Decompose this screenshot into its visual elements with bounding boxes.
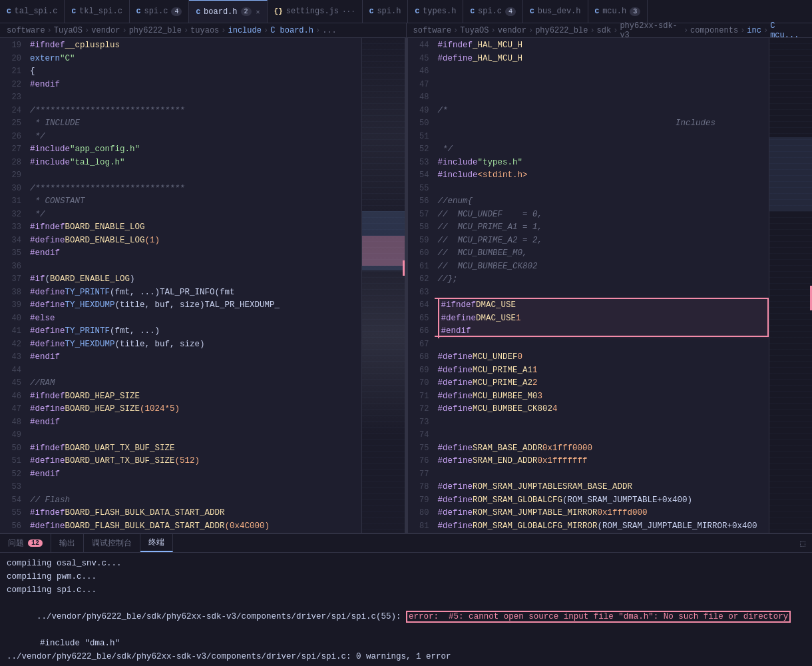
more-icon: ··· [342, 7, 355, 15]
tab-tal-spi-c[interactable]: C tal_spi.c [0, 0, 65, 23]
code-line: * INCLUDE [30, 117, 361, 131]
code-line: #define ROM_SRAM_JUMPTABLE SRAM_BASE_ADD… [438, 481, 769, 494]
tab-badge: 2 [241, 7, 252, 16]
left-code-content: #ifndef __cplusplus extern "C" { #endif … [27, 38, 361, 533]
code-line [30, 481, 361, 494]
code-line: #define MCU_PRIME_A1 1 [438, 364, 769, 378]
breadcrumb-text: C board.h [270, 26, 313, 35]
breadcrumb-text: C mcu... [770, 21, 805, 40]
tab-badge: 3 [630, 7, 640, 16]
code-line: #else [30, 312, 361, 326]
right-editor: 4445464748 4950515253 5455565758 5960616… [408, 38, 813, 533]
tab-label: spi.c [144, 7, 168, 16]
code-line: #endif [30, 247, 361, 260]
code-line [30, 260, 361, 274]
code-line: #define BOARD_UART_TX_BUF_SIZE (512) [30, 455, 361, 468]
code-line: #define SRAM_BASE_ADDR 0x1fff0000 [438, 442, 769, 456]
error-path: ../vendor/phy6222_ble/sdk/phy62xx-sdk-v3… [37, 612, 406, 621]
error-message: error: #5: cannot open source input file… [406, 611, 791, 623]
code-line [438, 65, 769, 79]
code-line: #include "app_config.h" [30, 143, 361, 157]
code-line: #include "types.h" [438, 157, 769, 170]
terminal-line: compiling i2c.c... [7, 663, 805, 666]
breadcrumb-text: ... [322, 26, 337, 35]
code-line [30, 364, 361, 378]
code-line: #define _HAL_MCU_H [438, 53, 769, 66]
code-line: #define BOARD_HEAP_SIZE (1024*5) [30, 403, 361, 416]
json-icon: {} [274, 7, 283, 15]
code-line: #define TY_PRINTF(fmt, ...) TAL_PR_INFO(… [30, 286, 361, 300]
tab-spi-c2[interactable]: C spi.c 4 [463, 0, 523, 23]
tab-mcu-h[interactable]: C mcu.h 3 [588, 0, 648, 23]
tab-close-button[interactable]: ✕ [256, 8, 260, 16]
tab-label: settings.js [286, 7, 339, 16]
code-line: //enum{ [438, 195, 769, 208]
code-line: // MCU_BUMBEE_CK802 [438, 260, 769, 274]
code-line: #include "tal_log.h" [30, 157, 361, 170]
c-icon: C [369, 7, 374, 15]
code-line [438, 286, 769, 300]
breadcrumb-right: software › TuyaOS › vendor › phy6222_ble… [407, 23, 813, 38]
terminal-line-error: ../vendor/phy6222_ble/sdk/phy62xx-sdk-v3… [7, 597, 805, 637]
code-line: //RAM [30, 377, 361, 390]
panel-tab-debug[interactable]: 调试控制台 [84, 534, 140, 552]
tab-label: types.h [423, 7, 456, 16]
tab-spi-c[interactable]: C spi.c 4 [130, 0, 190, 23]
code-line: */ [30, 208, 361, 222]
panel-tabs: 问题 12 输出 调试控制台 终端 ⬚ [0, 534, 812, 553]
terminal-line: compiling osal_snv.c... [7, 557, 805, 570]
panel-tab-problems[interactable]: 问题 12 [0, 534, 51, 552]
breadcrumb-text: vendor [498, 26, 526, 35]
code-line: #ifndef BOARD_HEAP_SIZE [30, 390, 361, 404]
tab-badge: 4 [171, 7, 182, 16]
breadcrumb-text: components [690, 26, 738, 35]
code-line: // MCU_PRIME_A1 = 1, [438, 221, 769, 234]
code-line [438, 429, 769, 442]
tab-tkl-spi-c[interactable]: C tkl_spi.c [65, 0, 129, 23]
code-line: #include <stdint.h> [438, 169, 769, 182]
tab-label: board.h [204, 7, 237, 17]
code-line [438, 468, 769, 482]
code-line: #ifndef BOARD_UART_TX_BUF_SIZE [30, 442, 361, 456]
panel-tab-terminal[interactable]: 终端 [140, 534, 173, 552]
code-line [438, 182, 769, 196]
panel-tab-output[interactable]: 输出 [51, 534, 84, 552]
panel-tab-label: 终端 [148, 537, 164, 548]
code-line: #endif [30, 351, 361, 364]
terminal-line: ../vendor/phy6222_ble/sdk/phy62xx-sdk-v3… [7, 650, 805, 663]
tab-board-h[interactable]: C board.h 2 ✕ [189, 0, 267, 23]
code-line [438, 131, 769, 144]
c-icon: C [196, 8, 200, 16]
tab-bus-dev-h[interactable]: C bus_dev.h [523, 0, 588, 23]
maximize-button[interactable]: ⬚ [793, 534, 812, 552]
code-line: #endif [30, 416, 361, 430]
code-line: #define BOARD_FLASH_BULK_DATA_START_ADDR… [30, 520, 361, 533]
tab-label: tkl_spi.c [79, 7, 122, 16]
tab-label: mcu.h [602, 7, 626, 16]
code-line: /* [438, 105, 769, 118]
c-icon: C [595, 7, 600, 15]
breadcrumb-text: tuyaos [190, 26, 219, 35]
tab-spi-h[interactable]: C spi.h [363, 0, 409, 23]
code-line [30, 169, 361, 182]
code-line: { [30, 65, 361, 79]
code-line-highlight: #endif [438, 325, 769, 338]
tab-settings-json[interactable]: {} settings.js ··· [268, 0, 363, 23]
c-icon: C [7, 7, 11, 15]
bottom-panel: 问题 12 输出 调试控制台 终端 ⬚ compiling osal_snv.c… [0, 533, 812, 666]
code-line: extern "C" [30, 53, 361, 66]
left-code-area: 1920212223 2425262728 2930313233 3435363… [0, 38, 361, 533]
tab-types-h[interactable]: C types.h [408, 0, 463, 23]
right-minimap [769, 38, 812, 533]
breadcrumb-text: TuyaOS [460, 26, 489, 35]
tab-bar: C tal_spi.c C tkl_spi.c C spi.c 4 C boar… [0, 0, 812, 23]
tab-label: spi.h [377, 7, 401, 16]
breadcrumb-text: include [228, 26, 262, 35]
code-line [30, 429, 361, 442]
right-code-area: 4445464748 4950515253 5455565758 5960616… [408, 38, 769, 533]
code-line: #ifndef BOARD_ENABLE_LOG [30, 221, 361, 234]
code-line [438, 91, 769, 105]
code-line: /****************************** [30, 105, 361, 118]
code-line: */ [30, 131, 361, 144]
code-line: // MCU_BUMBEE_M0, [438, 247, 769, 260]
